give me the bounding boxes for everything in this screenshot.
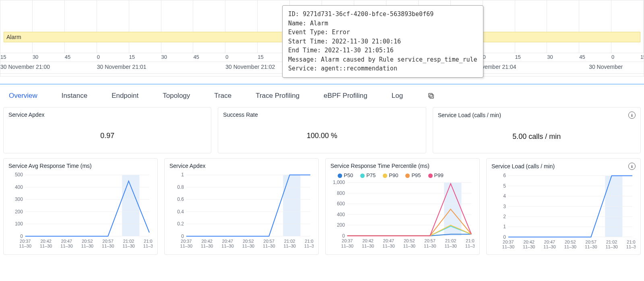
legend-item[interactable]: P99 <box>428 172 444 178</box>
svg-text:600: 600 <box>337 201 345 207</box>
tooltip-msg-label: Message: <box>288 56 317 63</box>
timeline-date-label: 30 November 21:01 <box>97 64 147 70</box>
chart-svg[interactable]: 010020030040050020:3711–3020:4211–3020:4… <box>8 172 153 251</box>
tab-instance[interactable]: Instance <box>62 92 87 100</box>
chart-svg[interactable]: 012345620:3711–3020:4211–3020:4711–3020:… <box>491 173 636 252</box>
tooltip-end-label: End Time: <box>288 47 321 54</box>
svg-text:0: 0 <box>342 233 345 239</box>
svg-text:11–30: 11–30 <box>543 244 555 249</box>
chart-load: Service Load (calls / min) i 012345620:3… <box>486 158 641 255</box>
svg-rect-1 <box>429 93 432 97</box>
svg-text:11–30: 11–30 <box>341 244 353 248</box>
tab-log[interactable]: Log <box>392 92 403 100</box>
svg-text:100: 100 <box>15 221 23 227</box>
legend-item[interactable]: P95 <box>405 172 421 178</box>
svg-text:0.4: 0.4 <box>177 209 184 215</box>
charts-row: Service Avg Response Time (ms) 010020030… <box>0 158 644 260</box>
info-icon[interactable]: i <box>628 163 636 170</box>
svg-text:11–30: 11–30 <box>362 244 374 248</box>
card-title: Service Apdex <box>8 112 45 118</box>
svg-text:11–30: 11–30 <box>585 244 597 249</box>
card-value: 5.00 calls / min <box>433 123 640 153</box>
svg-text:20:47: 20:47 <box>544 240 555 244</box>
timeline-tick: 15 <box>515 54 520 60</box>
card-title: Success Rate <box>223 112 258 118</box>
svg-text:20:47: 20:47 <box>61 239 72 244</box>
svg-text:11–30: 11–30 <box>242 244 254 248</box>
svg-text:11–30: 11–30 <box>444 244 456 248</box>
kpi-row: Service Apdex 0.97 Success Rate 100.00 %… <box>0 107 644 158</box>
alarm-tooltip: ID: 9271d731-36cf-4200-bfce-563893be0f69… <box>282 5 483 78</box>
svg-text:11–30: 11–30 <box>40 244 52 248</box>
svg-text:800: 800 <box>337 190 345 196</box>
legend-item[interactable]: P50 <box>338 172 353 178</box>
timeline-panel: Alarm 1530450153045015304501530450153045… <box>0 0 644 76</box>
svg-text:20:57: 20:57 <box>425 238 436 243</box>
timeline-tick: 15 <box>129 54 135 60</box>
tab-trace[interactable]: Trace <box>214 92 231 100</box>
svg-text:11–30: 11–30 <box>81 244 93 248</box>
timeline-tick: 45 <box>193 54 199 60</box>
tab-overview[interactable]: Overview <box>9 92 37 100</box>
timeline-tick: 45 <box>579 54 585 60</box>
svg-text:20:42: 20:42 <box>523 240 534 244</box>
svg-text:500: 500 <box>15 172 23 178</box>
tooltip-start-label: Start Time: <box>288 38 328 45</box>
svg-text:11–30: 11–30 <box>465 244 475 248</box>
svg-text:20:42: 20:42 <box>362 238 373 243</box>
svg-text:21:02: 21:02 <box>284 239 295 244</box>
tooltip-msg: Alarm caused by Rule service_resp_time_r… <box>321 56 477 63</box>
svg-text:11–30: 11–30 <box>180 244 192 248</box>
legend-item[interactable]: P75 <box>360 172 376 178</box>
svg-text:11–30: 11–30 <box>564 244 576 249</box>
svg-text:11–30: 11–30 <box>60 244 72 248</box>
tooltip-start: 2022-11-30 21:00:16 <box>332 38 401 45</box>
svg-text:11–30: 11–30 <box>523 244 535 249</box>
tab-ebpf-profiling[interactable]: eBPF Profiling <box>324 92 367 100</box>
timeline-tick: 45 <box>65 54 70 60</box>
chart-avg-response-time: Service Avg Response Time (ms) 010020030… <box>3 158 158 255</box>
svg-text:20:42: 20:42 <box>40 239 51 244</box>
svg-text:11–30: 11–30 <box>304 244 314 248</box>
card-service-apdex: Service Apdex 0.97 <box>3 107 211 153</box>
svg-text:0: 0 <box>181 233 184 239</box>
svg-text:11–30: 11–30 <box>382 244 394 248</box>
svg-rect-0 <box>430 95 433 98</box>
copy-icon[interactable] <box>427 92 435 100</box>
svg-text:11–30: 11–30 <box>19 244 31 248</box>
tooltip-eventtype: Error <box>332 29 350 36</box>
chart-title: Service Response Time Percentile (ms) <box>330 163 429 169</box>
svg-text:1: 1 <box>503 224 506 229</box>
tab-bar: Overview Instance Endpoint Topology Trac… <box>0 85 644 107</box>
percentile-legend: P50P75P90P95P99 <box>326 171 479 178</box>
svg-text:21:07: 21:07 <box>627 240 636 244</box>
svg-text:400: 400 <box>337 212 345 217</box>
tab-endpoint[interactable]: Endpoint <box>111 92 138 100</box>
svg-text:20:57: 20:57 <box>264 239 275 244</box>
tooltip-svc-label: Service: <box>288 65 317 72</box>
tab-trace-profiling[interactable]: Trace Profiling <box>256 92 299 100</box>
svg-text:20:37: 20:37 <box>181 239 192 244</box>
legend-item[interactable]: P90 <box>383 172 398 178</box>
svg-text:11–30: 11–30 <box>626 244 636 249</box>
svg-text:200: 200 <box>337 222 345 228</box>
svg-text:11–30: 11–30 <box>283 244 295 248</box>
chart-apdex: Service Apdex 00.20.40.60.8120:3711–3020… <box>164 158 319 255</box>
timeline-tick: 30 <box>161 54 167 60</box>
timeline-tick: 30 <box>547 54 553 60</box>
svg-text:6: 6 <box>503 173 506 178</box>
svg-text:11–30: 11–30 <box>403 244 415 248</box>
timeline-date-label: 30 November 21:00 <box>0 64 50 70</box>
svg-text:3: 3 <box>503 204 506 209</box>
svg-text:11–30: 11–30 <box>221 244 233 248</box>
tooltip-svc: agent::recommendation <box>321 65 397 72</box>
chart-percentile: Service Response Time Percentile (ms) P5… <box>325 158 480 255</box>
info-icon[interactable]: i <box>628 112 636 119</box>
chart-svg[interactable]: 02004006008001,00020:3711–3020:4211–3020… <box>330 180 475 250</box>
svg-text:20:37: 20:37 <box>20 239 31 244</box>
svg-text:0: 0 <box>20 233 23 239</box>
chart-title: Service Avg Response Time (ms) <box>8 163 92 169</box>
chart-svg[interactable]: 00.20.40.60.8120:3711–3020:4211–3020:471… <box>169 172 314 251</box>
tab-topology[interactable]: Topology <box>163 92 190 100</box>
svg-text:11–30: 11–30 <box>605 244 617 249</box>
